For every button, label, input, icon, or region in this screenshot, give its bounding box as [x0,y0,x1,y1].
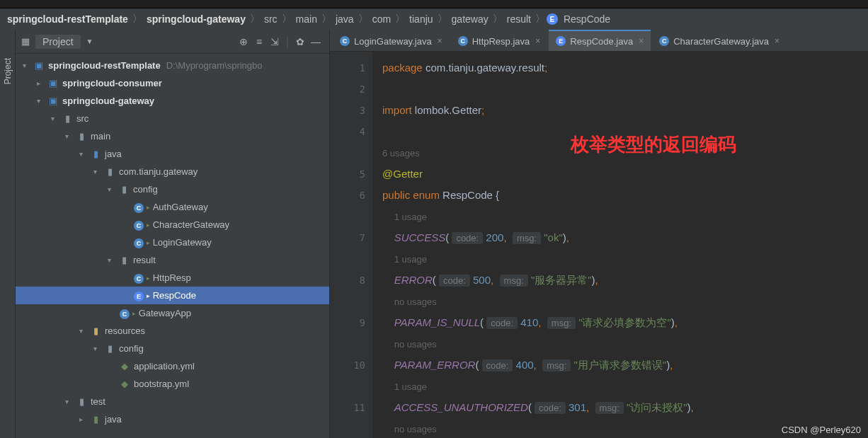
project-tree[interactable]: ▾▣springcloud-restTemplateD:\Myprogram\s… [16,54,329,438]
tab-char[interactable]: CCharacterGateway.java× [652,30,787,51]
crumb-2[interactable]: src [261,13,280,25]
tree-gateway[interactable]: ▾▣springcloud-gateway [16,92,329,110]
code-area: 1234 56 7 8 9 10 11 package com.tianju.g… [330,52,868,438]
project-panel: ▦ Project ▼ ⊕ ≡ ⇲ | ✿ — ▾▣springcloud-re… [16,30,330,438]
chevron-right-icon: 〉 [395,13,405,25]
crumb-5[interactable]: com [370,13,394,25]
chevron-right-icon: 〉 [132,13,142,25]
target-icon[interactable]: ⊕ [236,36,251,47]
tree-char[interactable]: C▸ CharacterGateway [16,216,329,234]
crumb-1[interactable]: springcloud-gateway [144,13,249,25]
tree-app[interactable]: C▸ GatewayApp [16,304,329,322]
folder-icon: ▦ [21,36,30,47]
close-icon[interactable]: × [639,36,644,46]
crumb-6[interactable]: tianju [406,13,435,25]
expand-icon[interactable]: ⇲ [267,36,282,47]
tree-auth[interactable]: C▸ AuthGateway [16,198,329,216]
tree-result[interactable]: ▾▮result [16,251,329,269]
side-toolwindow-bar: Project [0,30,16,438]
crumb-7[interactable]: gateway [449,13,491,25]
tree-java[interactable]: ▾▮java [16,145,329,163]
chevron-right-icon: 〉 [535,13,545,25]
close-icon[interactable]: × [775,36,780,46]
panel-title[interactable]: Project [35,35,81,49]
enum-icon: E [547,13,558,25]
main-area: Project ▦ Project ▼ ⊕ ≡ ⇲ | ✿ — ▾▣spring… [0,30,868,438]
chevron-right-icon: 〉 [358,13,368,25]
editor-tabs: CLoginGateway.java× CHttpResp.java× ERes… [330,30,868,52]
tree-consumer[interactable]: ▸▣springcloud-consumer [16,74,329,92]
editor: CLoginGateway.java× CHttpResp.java× ERes… [330,30,868,438]
tree-test[interactable]: ▾▮test [16,393,329,410]
crumb-9[interactable]: RespCode [561,13,613,25]
crumb-3[interactable]: main [293,13,320,25]
hide-icon[interactable]: — [308,36,324,47]
window-top-strip [0,0,868,8]
watermark: CSDN @Perley620 [782,425,861,435]
tree-resp[interactable]: E▸ RespCode [16,287,329,304]
tree-resources[interactable]: ▾▮resources [16,322,329,340]
project-toolwindow-tab[interactable]: Project [3,58,13,84]
close-icon[interactable]: × [438,36,442,46]
gutter[interactable]: 1234 56 7 8 9 10 11 [330,52,372,438]
crumb-8[interactable]: result [504,13,534,25]
close-icon[interactable]: × [535,36,540,46]
chevron-right-icon: 〉 [438,13,447,25]
gear-icon[interactable]: ✿ [292,36,308,47]
chevron-right-icon: 〉 [493,13,503,25]
code-text[interactable]: package com.tianju.gateway.result; impor… [372,52,868,438]
tree-config2[interactable]: ▾▮config [16,340,329,357]
tree-config[interactable]: ▾▮config [16,180,329,198]
crumb-0[interactable]: springcloud-restTemplate [4,13,131,25]
tree-src[interactable]: ▾▮src [16,110,329,127]
tree-bootyml[interactable]: ◆bootstrap.yml [16,375,329,393]
sort-icon[interactable]: ≡ [251,36,267,47]
breadcrumb: springcloud-restTemplate〉 springcloud-ga… [0,8,868,30]
tab-login[interactable]: CLoginGateway.java× [333,30,450,51]
tree-main[interactable]: ▾▮main [16,127,329,145]
chevron-down-icon[interactable]: ▼ [86,38,93,45]
chevron-right-icon: 〉 [282,13,292,25]
chevron-right-icon: 〉 [321,13,331,25]
tree-root[interactable]: ▾▣springcloud-restTemplateD:\Myprogram\s… [16,57,329,74]
tab-resp[interactable]: ERespCode.java× [549,30,651,51]
tree-appyml[interactable]: ◆application.yml [16,357,329,375]
tree-java2[interactable]: ▸▮java [16,410,329,428]
annotation-overlay: 枚举类型的返回编码 [571,132,736,157]
divider: | [282,36,292,47]
tree-pkg[interactable]: ▾▮com.tianju.gateway [16,163,329,180]
tab-http[interactable]: CHttpResp.java× [451,30,548,51]
crumb-4[interactable]: java [333,13,357,25]
tree-login[interactable]: C▸ LoginGateway [16,234,329,251]
panel-header: ▦ Project ▼ ⊕ ≡ ⇲ | ✿ — [16,30,329,54]
chevron-right-icon: 〉 [250,13,260,25]
tree-http[interactable]: C▸ HttpResp [16,269,329,287]
